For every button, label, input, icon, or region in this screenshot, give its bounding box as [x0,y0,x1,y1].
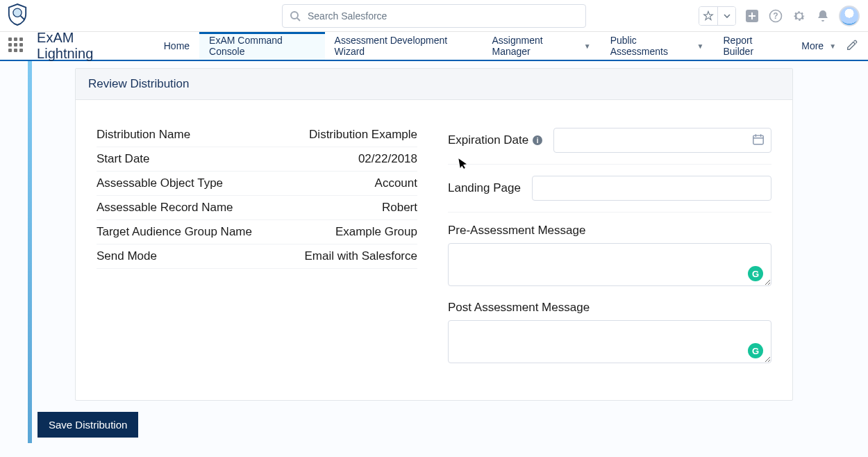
summary-label: Distribution Name [97,128,190,142]
summary-label: Assessable Record Name [97,201,233,215]
landing-page-label: Landing Page [448,181,521,195]
tab-assignment-manager[interactable]: Assignment Manager▼ [482,32,600,60]
summary-label: Target Audience Group Name [97,225,252,239]
summary-label: Start Date [97,152,150,166]
star-icon [703,10,714,22]
svg-text:?: ? [773,11,778,21]
summary-label: Assessable Object Type [97,176,223,190]
summary-value: Distribution Example [309,128,417,142]
question-icon: ? [769,9,783,23]
grammarly-icon[interactable]: G [748,266,763,281]
summary-row: Assessable Object Type Account [97,172,417,196]
svg-point-2 [291,12,298,19]
favorite-button[interactable] [699,7,717,25]
expiration-date-label: Expiration Date i [448,133,542,147]
nav-tabs: Home ExAM Command Console Assessment Dev… [154,32,846,60]
summary-value: Example Group [335,225,417,239]
post-assessment-label: Post Assessment Message [448,301,771,315]
global-search [282,4,586,28]
save-distribution-button[interactable]: Save Distribution [37,412,138,438]
notifications-button[interactable] [815,8,831,24]
chevron-down-icon: ▼ [584,42,591,50]
search-input[interactable] [308,10,578,22]
expiration-date-input[interactable] [553,128,771,153]
landing-page-input[interactable] [532,176,771,201]
search-icon [290,10,301,22]
expiration-date-row: Expiration Date i [448,128,771,165]
user-avatar[interactable] [839,6,860,26]
app-launcher[interactable] [8,38,24,54]
pre-assessment-textarea[interactable] [448,243,771,286]
left-accent-bar [28,61,32,443]
post-assessment-block: Post Assessment Message G [448,301,771,365]
global-header: ? [0,0,868,32]
shield-icon [7,3,28,26]
grammarly-icon[interactable]: G [748,343,763,358]
header-actions: ? [699,6,860,26]
summary-label: Send Mode [97,249,157,263]
tab-assessment-development-wizard[interactable]: Assessment Development Wizard [325,32,483,60]
plus-icon [744,8,760,24]
tab-report-builder[interactable]: Report Builder [713,32,792,60]
tab-public-assessments[interactable]: Public Assessments▼ [601,32,714,60]
summary-row: Target Audience Group Name Example Group [97,220,417,244]
summary-value: 02/22/2018 [358,152,417,166]
page-body: Review Distribution Distribution Name Di… [0,61,868,457]
summary-value: Account [375,176,417,190]
nav-bar: ExAM Lightning Home ExAM Command Console… [0,32,868,61]
svg-line-3 [297,18,300,21]
tab-home[interactable]: Home [154,32,199,60]
help-button[interactable]: ? [768,8,783,24]
chevron-down-icon: ▼ [829,42,836,50]
pre-assessment-label: Pre-Assessment Message [448,224,771,238]
chevron-down-icon: ▼ [697,42,704,50]
summary-value: Robert [382,201,417,215]
chevron-down-icon [724,13,731,19]
landing-page-row: Landing Page [448,176,771,213]
pre-assessment-block: Pre-Assessment Message G [448,224,771,288]
tab-exam-command-console[interactable]: ExAM Command Console [199,32,324,60]
pencil-icon [846,39,858,51]
card-title: Review Distribution [76,69,792,100]
settings-button[interactable] [792,8,807,24]
gear-icon [792,8,807,24]
review-distribution-card: Review Distribution Distribution Name Di… [75,68,793,401]
app-name: ExAM Lightning [37,30,131,62]
summary-row: Distribution Name Distribution Example [97,128,417,147]
search-box[interactable] [282,4,586,28]
summary-row: Assessable Record Name Robert [97,196,417,220]
info-icon[interactable]: i [533,135,542,145]
favorites-group [699,6,736,26]
app-logo [8,3,28,28]
distribution-form: Expiration Date i Landing Page [448,128,771,365]
post-assessment-textarea[interactable] [448,320,771,363]
edit-nav-button[interactable] [846,39,858,53]
summary-value: Email with Salesforce [304,249,417,263]
distribution-summary: Distribution Name Distribution Example S… [97,128,417,365]
svg-point-0 [13,8,22,17]
tab-more[interactable]: More▼ [792,32,846,60]
summary-row: Start Date 02/22/2018 [97,147,417,172]
bell-icon [816,9,830,23]
add-button[interactable] [744,8,760,24]
favorite-dropdown[interactable] [717,7,735,25]
summary-row: Send Mode Email with Salesforce [97,244,417,269]
